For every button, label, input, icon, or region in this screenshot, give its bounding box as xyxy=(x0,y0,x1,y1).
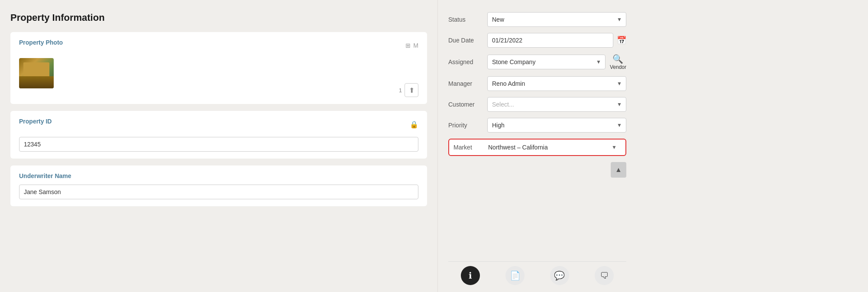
upload-count: 1 xyxy=(399,87,402,94)
bottom-icons-bar: ℹ 📄 💬 🗨 xyxy=(448,261,626,285)
photo-card-icons: ⊞ M xyxy=(405,42,418,49)
assigned-select[interactable]: Stone Company xyxy=(487,55,606,69)
assigned-label: Assigned xyxy=(448,58,487,65)
right-panel: Status New ▼ Due Date 📅 Assigned Stone C… xyxy=(437,0,637,292)
photo-icon-label: M xyxy=(413,42,418,49)
property-id-card-title: Property ID xyxy=(19,118,52,125)
underwriter-card-title: Underwriter Name xyxy=(19,172,71,179)
customer-row: Customer Select... ▼ xyxy=(448,97,626,112)
vendor-label: Vendor xyxy=(610,64,626,70)
priority-select-wrap: High ▼ xyxy=(487,118,626,133)
manager-select[interactable]: Reno Admin xyxy=(487,76,626,91)
grid-icon: ⊞ xyxy=(405,42,411,49)
status-row: Status New ▼ xyxy=(448,12,626,27)
scroll-top-button[interactable]: ▲ xyxy=(611,162,626,178)
property-photo-card: Property Photo ⊞ M 1 ⬆ xyxy=(10,32,427,104)
scroll-btn-row: ▲ xyxy=(448,162,626,181)
property-thumbnail xyxy=(19,58,54,88)
market-row: Market Northwest – California ▼ xyxy=(448,139,626,156)
due-date-wrap: 📅 xyxy=(487,33,626,48)
vendor-search-icon: 🔍 xyxy=(612,54,623,64)
priority-row: Priority High ▼ xyxy=(448,118,626,133)
due-date-row: Due Date 📅 xyxy=(448,33,626,48)
property-id-input[interactable] xyxy=(19,137,418,152)
photo-card-title: Property Photo xyxy=(19,39,63,46)
calendar-icon[interactable]: 📅 xyxy=(617,36,626,45)
manager-select-wrap: Reno Admin ▼ xyxy=(487,76,626,91)
page-title: Property Information xyxy=(10,12,427,23)
vendor-button[interactable]: 🔍 Vendor xyxy=(610,54,626,70)
customer-select-wrap: Select... ▼ xyxy=(487,97,626,112)
property-id-card: Property ID 🔒 xyxy=(10,111,427,159)
market-label: Market xyxy=(453,144,486,151)
chevron-up-icon: ▲ xyxy=(615,166,622,174)
message-icon: 🗨 xyxy=(600,271,609,281)
info-button[interactable]: ℹ xyxy=(461,266,480,285)
market-select[interactable]: Northwest – California xyxy=(486,142,621,152)
right-form: Status New ▼ Due Date 📅 Assigned Stone C… xyxy=(448,12,626,261)
chat-icon: 💬 xyxy=(554,270,565,281)
upload-button[interactable]: ⬆ xyxy=(405,83,418,97)
status-label: Status xyxy=(448,16,487,23)
assigned-select-wrap: Stone Company ▼ xyxy=(487,55,606,69)
upload-area[interactable]: 1 ⬆ xyxy=(399,83,418,97)
info-icon: ℹ xyxy=(469,270,472,281)
market-select-wrap: Northwest – California ▼ xyxy=(486,142,621,152)
underwriter-name-input[interactable] xyxy=(19,185,418,199)
photo-area: 1 ⬆ xyxy=(19,58,418,97)
status-select-wrap: New ▼ xyxy=(487,12,626,27)
due-date-input[interactable] xyxy=(487,33,613,48)
due-date-label: Due Date xyxy=(448,37,487,44)
priority-label: Priority xyxy=(448,122,487,129)
lock-icon: 🔒 xyxy=(410,120,418,129)
chat-button[interactable]: 💬 xyxy=(550,266,569,285)
manager-label: Manager xyxy=(448,80,487,87)
manager-row: Manager Reno Admin ▼ xyxy=(448,76,626,91)
document-button[interactable]: 📄 xyxy=(505,266,525,285)
message-button[interactable]: 🗨 xyxy=(595,266,614,285)
customer-select[interactable]: Select... xyxy=(487,97,626,112)
priority-select[interactable]: High xyxy=(487,118,626,133)
status-select[interactable]: New xyxy=(487,12,626,27)
document-icon: 📄 xyxy=(510,270,521,281)
underwriter-card: Underwriter Name xyxy=(10,165,427,206)
customer-label: Customer xyxy=(448,101,487,108)
left-panel: Property Information Property Photo ⊞ M … xyxy=(0,0,437,292)
assigned-row: Assigned Stone Company ▼ 🔍 Vendor xyxy=(448,54,626,70)
